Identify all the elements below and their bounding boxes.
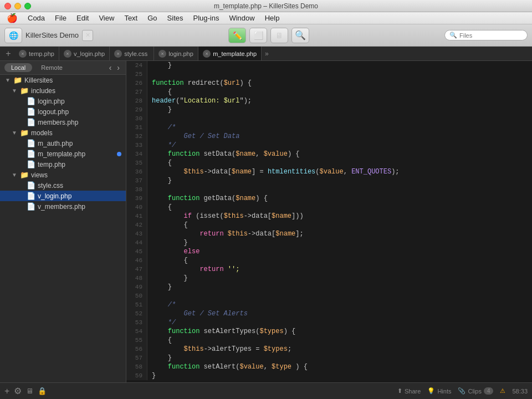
line-number: 48 <box>131 274 142 283</box>
tab-m_templatephp[interactable]: ×m_template.php <box>198 47 262 60</box>
hints-icon: 💡 <box>427 387 435 395</box>
code-line: $this->data[$name] = htmlentities($value… <box>152 167 532 176</box>
remote-tab-btn[interactable]: Remote <box>34 63 69 72</box>
tab-close-2[interactable]: × <box>114 50 122 58</box>
line-number: 33 <box>131 141 142 150</box>
php-icon: 📄 <box>27 192 35 200</box>
tab-close-4[interactable]: × <box>203 50 211 58</box>
line-number: 28 <box>131 96 142 105</box>
maximize-button[interactable] <box>24 3 31 9</box>
sidebar-item-includes[interactable]: ▼📁includes <box>0 85 126 96</box>
tab-close-1[interactable]: × <box>64 50 71 58</box>
lock-btn[interactable]: 🔒 <box>38 387 47 395</box>
toolbar: 🌐 KillerSites Demo ✕ ✏️ ⬜ 🖥 🔍 🔍 <box>0 24 532 47</box>
menu-view[interactable]: View <box>94 13 119 23</box>
tab-close-0[interactable]: × <box>19 50 27 58</box>
code-line: function setAlertTypes($types) { <box>152 327 532 336</box>
sidebar-item-v_loginphp[interactable]: 📄v_login.php <box>0 191 126 201</box>
code-line <box>152 185 532 194</box>
menu-window[interactable]: Window <box>224 13 259 23</box>
tab-loginphp[interactable]: ×login.php <box>154 47 198 60</box>
tab-v_loginphp[interactable]: ×v_login.php <box>59 47 110 60</box>
sidebar-item-loginphp[interactable]: 📄login.php <box>0 96 126 106</box>
add-item-btn[interactable]: + <box>4 386 9 396</box>
site-icon-btn[interactable]: 🌐 <box>4 28 22 43</box>
site-refresh-btn[interactable]: ✕ <box>82 30 93 41</box>
line-number: 27 <box>131 88 142 96</box>
menu-plugins[interactable]: Plug-ins <box>188 13 223 23</box>
modified-indicator <box>117 152 121 156</box>
code-line: } <box>152 354 532 362</box>
sidebar-root[interactable]: ▼ 📁 Killersites <box>0 75 126 85</box>
sidebar-item-v_membersphp[interactable]: 📄v_members.php <box>0 201 126 212</box>
menu-help[interactable]: Help <box>260 13 284 23</box>
tab-stylecss[interactable]: ×style.css <box>110 47 154 60</box>
menu-edit[interactable]: Edit <box>72 13 93 23</box>
code-line: } <box>152 105 532 114</box>
line-number: 56 <box>131 345 142 354</box>
code-line: function getData($name) { <box>152 194 532 203</box>
settings-btn[interactable]: ⚙ <box>14 386 22 396</box>
sidebar-item-membersphp[interactable]: 📄members.php <box>0 117 126 127</box>
menu-go[interactable]: Go <box>143 13 161 23</box>
line-number: 55 <box>131 336 142 345</box>
line-number: 39 <box>131 194 142 203</box>
sidebar-header: Local Remote ‹ › <box>0 61 126 75</box>
terminal-btn[interactable]: 🖥 <box>270 28 288 43</box>
menu-bar: 🍎 Coda File Edit View Text Go Sites Plug… <box>0 12 532 24</box>
line-number: 57 <box>131 354 142 362</box>
tree-toggle-icon <box>18 203 24 210</box>
tab-label-2: style.css <box>124 50 147 57</box>
sidebar-root-label: Killersites <box>24 76 53 84</box>
sidebar-item-models[interactable]: ▼📁models <box>0 127 126 138</box>
local-tab-btn[interactable]: Local <box>4 63 32 72</box>
menu-text[interactable]: Text <box>120 13 142 23</box>
tab-close-3[interactable]: × <box>158 50 166 58</box>
tree-toggle-icon <box>18 98 24 105</box>
sidebar-item-tempphp[interactable]: 📄temp.php <box>0 159 126 170</box>
menu-sites[interactable]: Sites <box>163 13 188 23</box>
menu-coda[interactable]: Coda <box>23 13 49 23</box>
share-btn[interactable]: ⬆ Share <box>397 387 421 395</box>
search-input[interactable] <box>459 32 523 39</box>
sidebar-item-views[interactable]: ▼📁views <box>0 170 126 180</box>
close-button[interactable] <box>4 3 11 9</box>
apple-menu[interactable]: 🍎 <box>2 13 22 23</box>
line-number: 25 <box>131 70 142 79</box>
code-line <box>152 114 532 123</box>
tab-tempphp[interactable]: ×temp.php <box>14 47 59 60</box>
tree-toggle-icon: ▼ <box>11 88 18 94</box>
code-editor[interactable]: 2425262728293031323334353637383940414243… <box>126 61 532 382</box>
code-line: return $this->data[$name]; <box>152 229 532 238</box>
sidebar-item-m_templatephp[interactable]: 📄m_template.php <box>0 149 126 159</box>
hints-btn[interactable]: 💡 Hints <box>427 387 451 395</box>
nav-forward-btn[interactable]: › <box>115 63 121 72</box>
status-left: + ⚙ 🖥 🔒 <box>4 386 47 396</box>
code-line: { <box>152 336 532 345</box>
search-btn[interactable]: 🔍 <box>291 28 309 43</box>
new-tab-btn[interactable]: + <box>2 47 14 60</box>
php-icon: 📄 <box>27 118 35 126</box>
line-number: 38 <box>131 185 142 194</box>
file-search-box[interactable]: 🔍 <box>444 30 528 40</box>
tabs-container: ×temp.php×v_login.php×style.css×login.ph… <box>14 47 262 60</box>
tabs-overflow-btn[interactable]: » <box>262 47 272 60</box>
tree-item-label: login.php <box>38 98 65 105</box>
minimize-button[interactable] <box>14 3 21 9</box>
php-icon: 📄 <box>27 97 35 105</box>
browser-btn[interactable]: ⬜ <box>249 28 267 43</box>
tree-toggle-icon <box>18 193 24 200</box>
sidebar-item-logoutphp[interactable]: 📄logout.php <box>0 106 126 117</box>
nav-back-btn[interactable]: ‹ <box>108 63 114 72</box>
window-controls[interactable] <box>4 3 31 9</box>
pencil-btn[interactable]: ✏️ <box>228 28 246 43</box>
sidebar-item-m_authphp[interactable]: 📄m_auth.php <box>0 138 126 149</box>
line-number: 58 <box>131 362 142 371</box>
clips-btn[interactable]: 📎 Clips 4 <box>458 387 493 395</box>
sidebar-nav: ‹ › <box>108 63 121 72</box>
menu-file[interactable]: File <box>50 13 71 23</box>
sidebar-item-stylecss[interactable]: 📄style.css <box>0 180 126 191</box>
terminal-icon: 🖥 <box>275 31 283 40</box>
line-number: 29 <box>131 105 142 114</box>
code-line: } <box>152 238 532 247</box>
